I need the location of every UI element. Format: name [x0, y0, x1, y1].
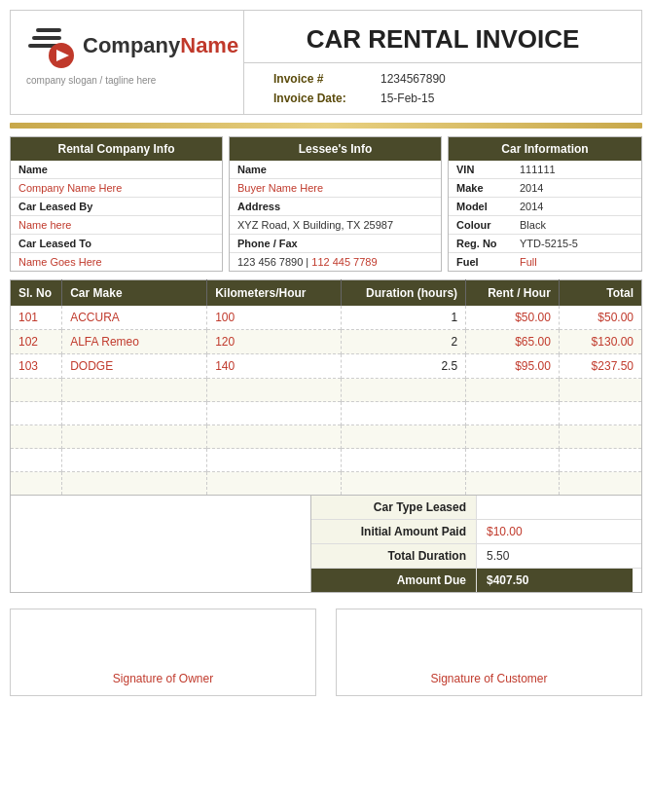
customer-signature-box: Signature of Customer — [336, 609, 642, 696]
cell-sl — [11, 472, 62, 496]
car-info-rows: VIN111111Make2014Model2014ColourBlackReg… — [449, 161, 641, 271]
table-row: 103 DODGE 140 2.5 $95.00 $237.50 — [11, 354, 642, 379]
car-info-data-row: FuelFull — [449, 253, 641, 271]
logo-top: CompanyName — [24, 20, 238, 71]
lessee-phone-label: Phone / Fax — [230, 235, 441, 253]
table-header-row: Sl. No Car Make Kilometers/Hour Duration… — [11, 280, 642, 307]
cell-make: ACCURA — [62, 306, 207, 330]
lessee-fax-value: 112 445 7789 — [311, 256, 377, 268]
table-row — [11, 425, 642, 449]
owner-signature-box: Signature of Owner — [10, 609, 316, 696]
invoice-fields: Invoice # 1234567890 Invoice Date: 15-Fe… — [244, 63, 641, 114]
car-info-data-row: Make2014 — [449, 179, 641, 198]
car-info-row-value: 2014 — [512, 198, 641, 215]
cell-make — [62, 379, 207, 402]
rental-leased-by-value: Name here — [11, 216, 222, 235]
table-body: 101 ACCURA 100 1 $50.00 $50.00 102 ALFA … — [11, 306, 642, 496]
car-type-value — [477, 496, 633, 519]
car-info-row-value: YTD-5215-5 — [512, 235, 641, 252]
rental-company-block: Rental Company Info Name Company Name He… — [10, 136, 223, 272]
cell-total — [559, 472, 641, 496]
cell-rent — [466, 402, 560, 425]
invoice-number-label: Invoice # — [273, 72, 380, 86]
rental-name-value: Company Name Here — [11, 179, 222, 198]
invoice-header: CompanyName company slogan / tagline her… — [10, 10, 642, 115]
cell-sl — [11, 402, 62, 425]
cell-total — [559, 402, 641, 425]
lessee-phone-fax-row: 123 456 7890 | 112 445 7789 — [230, 253, 441, 271]
table-row: 101 ACCURA 100 1 $50.00 $50.00 — [11, 306, 642, 330]
rental-company-header: Rental Company Info — [11, 137, 222, 161]
initial-amount-label: Initial Amount Paid — [311, 520, 477, 543]
invoice-date-row: Invoice Date: 15-Feb-15 — [273, 89, 612, 108]
amount-due-value: $407.50 — [477, 569, 633, 592]
car-info-data-row: Model2014 — [449, 198, 641, 216]
cell-sl — [11, 425, 62, 449]
cell-duration: 2.5 — [342, 354, 466, 379]
total-duration-label: Total Duration — [311, 544, 477, 568]
cell-total — [559, 425, 641, 449]
customer-signature-label: Signature of Customer — [430, 672, 547, 685]
col-rent: Rent / Hour — [466, 280, 560, 307]
cell-make: DODGE — [62, 354, 207, 379]
company-logo-icon — [24, 20, 75, 71]
car-info-block: Car Information VIN111111Make2014Model20… — [448, 136, 642, 272]
signatures-section: Signature of Owner Signature of Customer — [10, 609, 642, 696]
car-info-data-row: ColourBlack — [449, 216, 641, 235]
total-duration-row: Total Duration 5.50 — [311, 544, 641, 569]
amount-due-row: Amount Due $407.50 — [311, 569, 641, 592]
cell-make: ALFA Remeo — [62, 330, 207, 354]
company-logo-section: CompanyName company slogan / tagline her… — [11, 11, 244, 114]
cell-sl: 103 — [11, 354, 62, 379]
car-info-row-label: Colour — [449, 216, 512, 234]
summary-spacer — [11, 496, 310, 592]
table-row: 102 ALFA Remeo 120 2 $65.00 $130.00 — [11, 330, 642, 354]
cell-total: $237.50 — [559, 354, 641, 379]
car-info-row-value: 2014 — [512, 179, 641, 197]
cell-duration: 1 — [342, 306, 466, 330]
col-km: Kilometers/Hour — [207, 280, 342, 307]
cell-total — [559, 449, 641, 472]
company-name-text: CompanyName — [83, 33, 238, 58]
car-info-row-value: Black — [512, 216, 641, 234]
table-row — [11, 472, 642, 496]
cell-rent: $95.00 — [466, 354, 560, 379]
cell-km — [207, 402, 342, 425]
col-total: Total — [559, 280, 641, 307]
invoice-date-label: Invoice Date: — [273, 92, 380, 105]
rental-leased-to-label: Car Leased To — [11, 235, 222, 253]
cell-make — [62, 402, 207, 425]
cell-km: 100 — [207, 306, 342, 330]
cell-duration — [342, 449, 466, 472]
initial-amount-value: $10.00 — [477, 520, 633, 543]
cell-rent — [466, 425, 560, 449]
gold-divider — [10, 123, 642, 129]
cell-rent — [466, 472, 560, 496]
invoice-number-row: Invoice # 1234567890 — [273, 69, 612, 89]
lessee-header: Lessee's Info — [230, 137, 441, 161]
col-car-make: Car Make — [62, 280, 207, 307]
info-row: Rental Company Info Name Company Name He… — [10, 136, 642, 272]
cell-km — [207, 472, 342, 496]
cell-sl: 102 — [11, 330, 62, 354]
car-info-header: Car Information — [449, 137, 641, 161]
lessee-name-label: Name — [230, 161, 441, 179]
company-tagline: company slogan / tagline here — [26, 75, 156, 86]
car-info-row-label: Reg. No — [449, 235, 512, 252]
cell-rent — [466, 379, 560, 402]
amount-due-label: Amount Due — [311, 569, 477, 592]
cell-km — [207, 425, 342, 449]
owner-signature-label: Signature of Owner — [113, 672, 213, 685]
cell-duration: 2 — [342, 330, 466, 354]
car-info-row-label: Make — [449, 179, 512, 197]
lessee-address-value: XYZ Road, X Building, TX 25987 — [230, 216, 441, 235]
cell-duration — [342, 402, 466, 425]
rental-table: Sl. No Car Make Kilometers/Hour Duration… — [10, 279, 642, 496]
cell-total — [559, 379, 641, 402]
cell-make — [62, 472, 207, 496]
summary-section: Car Type Leased Initial Amount Paid $10.… — [10, 496, 642, 593]
car-info-data-row: VIN111111 — [449, 161, 641, 179]
car-info-row-label: Fuel — [449, 253, 512, 271]
company-name-part2: Name — [180, 33, 238, 57]
cell-km: 140 — [207, 354, 342, 379]
